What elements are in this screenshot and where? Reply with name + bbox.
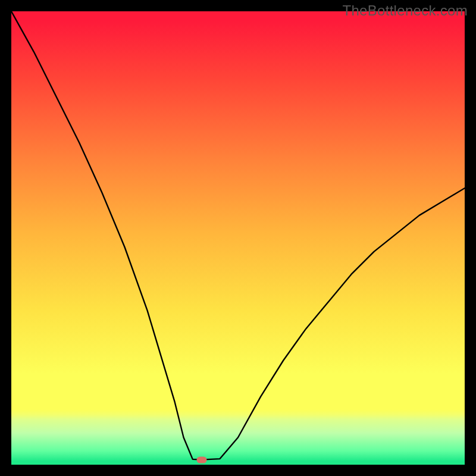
chart-frame: TheBottleneck.com <box>0 0 476 476</box>
optimal-point-marker <box>197 456 207 463</box>
bottleneck-curve <box>11 11 465 465</box>
watermark-text: TheBottleneck.com <box>342 2 468 19</box>
plot-area <box>11 11 465 465</box>
